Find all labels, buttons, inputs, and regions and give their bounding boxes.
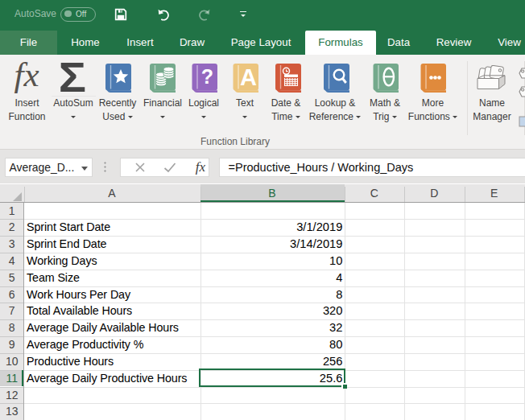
svg-text:?: ?	[200, 65, 213, 88]
svg-text:A: A	[240, 64, 257, 89]
